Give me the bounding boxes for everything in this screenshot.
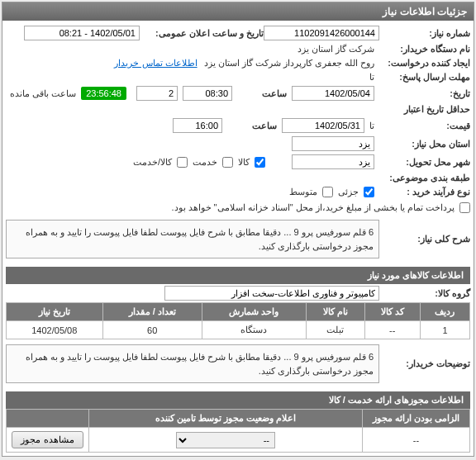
price-label: قیمت: (379, 121, 470, 131)
permits-section-header: اطلاعات مجوزهای ارائه خدمت / کالا (6, 391, 470, 409)
cell-name: تبلت (306, 321, 364, 339)
buyer-note-box: 6 قلم سورفیس پرو 9 ... دقیقا مطابق با شر… (6, 344, 379, 383)
cell-action: مشاهده مجوز (7, 428, 89, 453)
col-code: کد کالا (364, 303, 420, 321)
col-unit: واحد شمارش (202, 303, 306, 321)
col-name: نام کالا (306, 303, 364, 321)
permits-table: الزامی بودن ارائه مجوز اعلام وضعیت مجوز … (6, 409, 470, 453)
cell-row: 1 (420, 321, 469, 339)
chk-goods[interactable] (255, 157, 265, 168)
req-no-label: شماره نیاز: (379, 28, 470, 39)
cell-qty: 60 (102, 321, 202, 339)
chk-goods-wrap: کالا (238, 157, 265, 168)
col-date: تاریخ نیاز (7, 303, 103, 321)
chk-pay[interactable] (459, 202, 470, 213)
min-valid-label: حداقل تاریخ اعتبار (379, 104, 470, 115)
cell-code: -- (364, 321, 420, 339)
contact-link[interactable]: اطلاعات تماس خریدار (114, 58, 197, 69)
time-label-2: ساعت (227, 121, 277, 131)
remain-text: ساعت باقی مانده (10, 88, 76, 99)
status-select[interactable]: -- (176, 432, 275, 448)
col-status: اعلام وضعیت مجوز توسط تامین کننده (89, 410, 363, 428)
buyer-value: شرکت گاز استان یزد (298, 44, 374, 55)
chk-mid-label: متوسط (289, 187, 317, 197)
cell-unit: دستگاه (202, 321, 306, 339)
permit-row: -- -- مشاهده مجوز (7, 428, 470, 453)
view-permit-button[interactable]: مشاهده مجوز (12, 431, 83, 448)
cell-status: -- (89, 428, 363, 453)
buyer-note-label: توضیحات خریدار: (379, 358, 470, 369)
chk-goods-service-wrap: کالا/خدمت (133, 157, 188, 168)
goods-table: ردیف کد کالا نام کالا واحد شمارش تعداد /… (6, 302, 470, 339)
need-title-box: 6 قلم سورفیس پرو 9 ... دقیقا مطابق با شر… (6, 220, 379, 258)
panel-title: جزئیات اطلاعات نیاز (2, 2, 474, 21)
chk-mid[interactable] (322, 187, 333, 197)
deadline-date-input[interactable] (292, 86, 374, 101)
creator-label: ایجاد کننده درخواست: (379, 58, 470, 69)
chk-goods-label: کالا (238, 157, 250, 168)
chk-goods-service-label: کالا/خدمت (133, 157, 172, 168)
cat-label: طبقه بندی موضوعی: (379, 173, 470, 183)
chk-partial[interactable] (364, 187, 374, 197)
proc-label: نوع فرآیند خرید : (379, 187, 470, 197)
col-required: الزامی بودن ارائه مجوز (363, 410, 470, 428)
deliv-loc-input[interactable] (292, 154, 374, 169)
goods-section-header: اطلاعات کالاهای مورد نیاز (6, 267, 470, 284)
chk-goods-service[interactable] (177, 157, 188, 168)
pay-note: پرداخت تمام یا بخشی از مبلغ خرید،از محل … (171, 202, 455, 213)
cell-date: 1402/05/08 (7, 321, 103, 339)
chk-partial-wrap: جزئی (338, 187, 374, 197)
valid-time-input[interactable] (173, 118, 222, 133)
cell-required: -- (363, 428, 470, 453)
group-input[interactable] (164, 286, 379, 301)
group-label: گروه کالا: (379, 288, 470, 299)
creator-value: روح الله جعفری کارپرداز شرکت گاز استان ی… (204, 58, 374, 69)
chk-service-label: خدمت (193, 157, 217, 168)
info-body: شماره نیاز: تاریخ و ساعت اعلان عمومی: نا… (2, 21, 474, 456)
announce-input[interactable] (24, 26, 140, 40)
remain-badge: 23:56:48 (81, 87, 126, 100)
req-loc-label: استان محل نیاز: (379, 139, 470, 149)
deadline-word: تا (369, 72, 374, 83)
deadline-time-input[interactable] (183, 86, 232, 101)
history-label: تاریخ: (379, 88, 470, 99)
table-row[interactable]: 1 -- تبلت دستگاه 60 1402/05/08 (7, 321, 470, 339)
deadline-label: مهلت ارسال پاسخ: (379, 72, 470, 83)
time-label-1: ساعت (237, 88, 287, 99)
buyer-label: نام دستگاه خریدار: (379, 44, 470, 55)
deliv-loc-label: شهر محل تحویل: (379, 157, 470, 168)
req-no-input[interactable] (264, 26, 379, 40)
req-loc-input[interactable] (292, 136, 374, 151)
chk-service-wrap: خدمت (193, 157, 233, 168)
main-panel: جزئیات اطلاعات نیاز شماره نیاز: تاریخ و … (2, 2, 474, 457)
goods-header-row: ردیف کد کالا نام کالا واحد شمارش تعداد /… (7, 303, 470, 321)
price-word: تا (369, 121, 374, 131)
col-action (7, 410, 89, 428)
col-row: ردیف (420, 303, 469, 321)
valid-date-input[interactable] (282, 118, 364, 133)
permits-header-row: الزامی بودن ارائه مجوز اعلام وضعیت مجوز … (7, 410, 470, 428)
chk-mid-wrap: متوسط (289, 187, 333, 197)
days-remain-input[interactable] (136, 86, 178, 101)
chk-service[interactable] (222, 157, 233, 168)
col-qty: تعداد / مقدار (102, 303, 202, 321)
announce-label: تاریخ و ساعت اعلان عمومی: (140, 28, 264, 39)
need-title-label: شرح کلی نیاز: (379, 234, 470, 244)
chk-partial-label: جزئی (338, 187, 359, 197)
chk-pay-wrap: پرداخت تمام یا بخشی از مبلغ خرید،از محل … (171, 202, 470, 213)
